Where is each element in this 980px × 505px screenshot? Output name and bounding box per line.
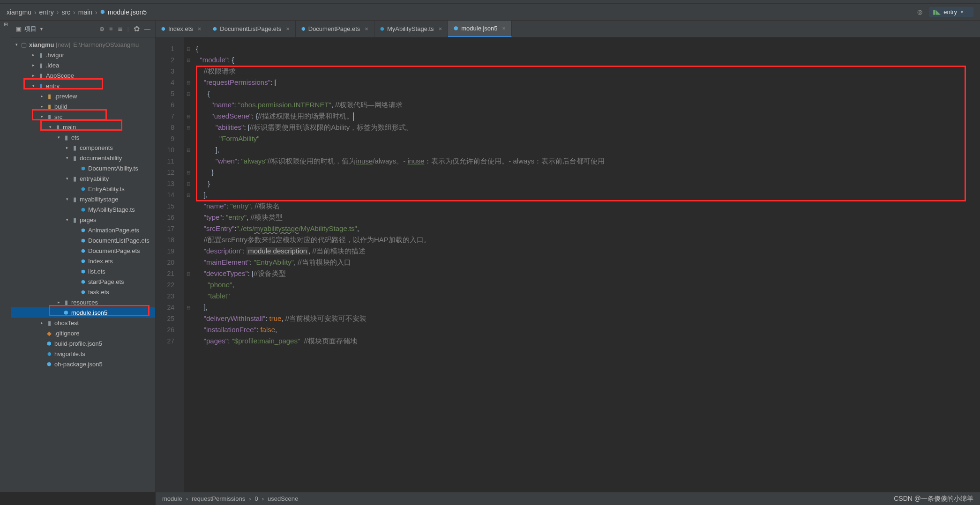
project-view-label[interactable]: 项目 [24, 25, 37, 33]
project-view-icon: ▣ [16, 25, 22, 32]
tree-item[interactable]: ▸▮resources [11, 297, 155, 307]
breadcrumb-bar: xiangmu› entry› src› main› ⬢ module.json… [0, 4, 980, 21]
locate-icon[interactable]: ⊕ [99, 25, 105, 32]
tree-item[interactable]: ⬢hvigorfile.ts [11, 349, 155, 359]
breadcrumb-item[interactable]: entry [39, 8, 54, 16]
chevron-down-icon[interactable]: ▼ [39, 27, 44, 31]
project-panel-header: ▣ 项目 ▼ ⊕ ≡ ≣ | ✿ — [11, 21, 155, 37]
fold-gutter[interactable]: ⊟⊟⊟⊟⊟⊟⊟⊟⊟⊟⊟⊟ [184, 37, 193, 492]
tree-item[interactable]: ▾▮ets [11, 132, 155, 142]
project-tree[interactable]: ▾▢xiangmu [new]E:\HarmonyOS\xiangmu▸▮.hv… [11, 37, 155, 492]
tree-item[interactable]: ⬢oh-package.json5 [11, 359, 155, 369]
structure-tool-button[interactable]: ⊞ [2, 22, 8, 27]
run-config-label: entry [943, 8, 957, 15]
tree-item[interactable]: ⬢Index.ets [11, 256, 155, 266]
expand-icon[interactable]: ≡ [109, 25, 113, 32]
editor-tab[interactable]: ⬢MyAbilityStage.ts× [374, 21, 448, 37]
code-content[interactable]: { "module": { //权限请求 "requestPermissions… [196, 37, 971, 347]
status-crumb[interactable]: module [162, 495, 182, 502]
tree-item[interactable]: ▾▮entryability [11, 173, 155, 184]
tree-item[interactable]: ⬢DocumentListPage.ets [11, 235, 155, 245]
breadcrumb-statusbar: module› requestPermissions› 0› usedScene [156, 492, 980, 505]
breadcrumb-item[interactable]: main [78, 8, 92, 16]
breadcrumb: xiangmu› entry› src› main› ⬢ module.json… [7, 8, 147, 16]
tree-item[interactable]: ⬢DocumentAbility.ts [11, 163, 155, 173]
tree-item[interactable]: ▸▮AppScope [11, 70, 155, 81]
close-icon[interactable]: × [502, 25, 506, 32]
tree-root[interactable]: ▾▢xiangmu [new]E:\HarmonyOS\xiangmu [11, 39, 155, 50]
tree-item[interactable]: ⬢DocumentPage.ets [11, 245, 155, 256]
tree-item[interactable]: ▸▮.idea [11, 60, 155, 70]
tree-item[interactable]: ⬢list.ets [11, 266, 155, 276]
tree-item[interactable]: ⬢module.json5 [11, 307, 155, 318]
project-panel: ▣ 项目 ▼ ⊕ ≡ ≣ | ✿ — ▾▢xiangmu [new]E:\Har… [11, 21, 156, 492]
tree-item[interactable]: ▾▮src [11, 111, 155, 122]
code-editor[interactable]: 1234567891011121314151617181920212223242… [156, 37, 980, 492]
tree-item[interactable]: ▸▮.hvigor [11, 50, 155, 60]
tree-item[interactable]: ▾▮documentability [11, 153, 155, 163]
tree-item[interactable]: ⬢EntryAbility.ts [11, 184, 155, 194]
tree-item[interactable]: ▸▮components [11, 142, 155, 153]
gear-icon[interactable]: ✿ [134, 24, 140, 33]
tree-item[interactable]: ▾▮myabilitystage [11, 194, 155, 204]
breadcrumb-item[interactable]: xiangmu [7, 8, 31, 16]
watermark: CSDN @一条傻傻的小绵羊 [894, 495, 973, 503]
tree-item[interactable]: ⬢AnimationPage.ets [11, 225, 155, 235]
hide-icon[interactable]: — [144, 25, 150, 32]
tree-item[interactable]: ▾▮pages [11, 215, 155, 225]
tree-item[interactable]: ⬢build-profile.json5 [11, 338, 155, 349]
close-icon[interactable]: × [439, 25, 442, 32]
status-crumb[interactable]: usedScene [268, 495, 298, 502]
tool-window-bar-left: ⊞ [0, 21, 11, 492]
breadcrumb-item[interactable]: src [61, 8, 70, 16]
editor-tab[interactable]: ⬢DocumentListPage.ets× [207, 21, 295, 37]
tree-item[interactable]: ⬢task.ets [11, 287, 155, 297]
close-icon[interactable]: × [198, 25, 202, 32]
divider: | [127, 25, 129, 32]
line-number-gutter: 1234567891011121314151617181920212223242… [156, 37, 184, 492]
tree-item[interactable]: ▾▮main [11, 122, 155, 132]
hammer-icon: ▮◣ [933, 8, 941, 15]
editor-tab[interactable]: ⬢DocumentPage.ets× [296, 21, 374, 37]
tree-item[interactable]: ◆.gitignore [11, 328, 155, 338]
editor-tab[interactable]: ⬢Index.ets× [156, 21, 207, 37]
tree-item[interactable]: ⬢MyAbilityStage.ts [11, 204, 155, 215]
editor-tabs: ⬢Index.ets×⬢DocumentListPage.ets×⬢Docume… [156, 21, 980, 37]
editor-tab[interactable]: ⬢module.json5× [448, 21, 512, 37]
close-icon[interactable]: × [365, 25, 368, 32]
sync-icon[interactable]: ◎ [917, 8, 922, 15]
tree-item[interactable]: ▸▮.preview [11, 91, 155, 101]
close-icon[interactable]: × [286, 25, 290, 32]
tree-item[interactable]: ▸▮build [11, 101, 155, 111]
editor-area: ⬢Index.ets×⬢DocumentListPage.ets×⬢Docume… [156, 21, 980, 492]
status-crumb[interactable]: 0 [254, 495, 258, 502]
run-config-selector[interactable]: ▮◣ entry ▼ [929, 7, 973, 17]
menu-bar [0, 0, 980, 4]
tree-item[interactable]: ▾▮entry [11, 81, 155, 91]
tree-item[interactable]: ▸▮ohosTest [11, 318, 155, 328]
breadcrumb-item[interactable]: module.json5 [108, 8, 147, 16]
collapse-icon[interactable]: ≣ [118, 25, 123, 32]
tree-item[interactable]: ⬢startPage.ets [11, 276, 155, 287]
status-crumb[interactable]: requestPermissions [192, 495, 245, 502]
